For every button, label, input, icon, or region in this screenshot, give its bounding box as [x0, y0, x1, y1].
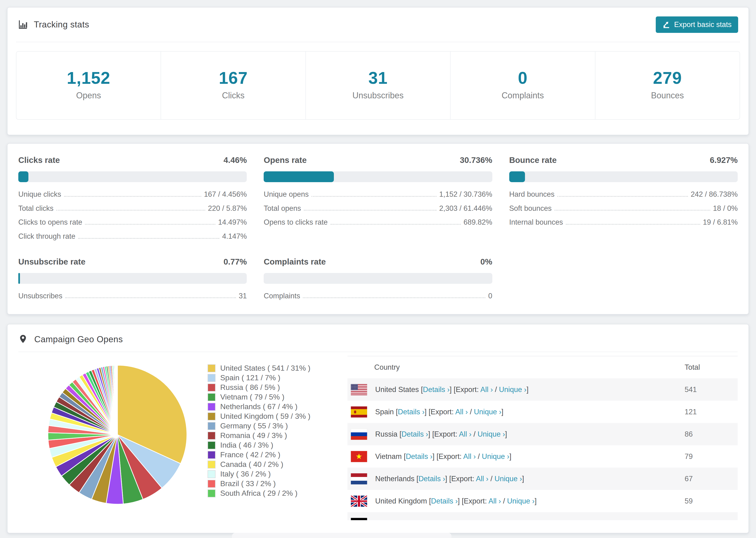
progress-bar: [264, 273, 492, 284]
dotted-leader: [65, 297, 236, 298]
rate-title: Unsubscribe rate: [18, 257, 85, 266]
export-icon: [662, 21, 670, 28]
rate-row-label: Unique opens: [264, 190, 308, 198]
export-unique-link[interactable]: Unique ›: [474, 408, 501, 416]
rate-row-value: 19 / 6.81%: [703, 218, 738, 227]
legend-swatch: [207, 393, 216, 401]
legend-item-south-africa: South Africa ( 29 / 2% ): [207, 488, 334, 498]
progress-bar: [18, 273, 247, 284]
rate-row-label: Total clicks: [18, 204, 54, 213]
rate-row-value: 14.497%: [218, 218, 247, 227]
map-pin-icon: [18, 334, 28, 345]
column-header-total: Total: [685, 363, 738, 372]
legend-swatch: [207, 403, 216, 411]
progress-bar: [509, 171, 738, 182]
legend-swatch: [207, 384, 216, 392]
campaign-geo-opens-card: Campaign Geo Opens United States ( 541 /…: [7, 324, 749, 533]
flag-ru-icon: [351, 429, 367, 440]
export-all-link[interactable]: All ›: [476, 475, 488, 483]
rate-row-label: Hard bounces: [509, 190, 555, 198]
legend-label: United States ( 541 / 31% ): [220, 364, 310, 372]
geo-table-row-spain: Spain [Details ›] [Export: All › / Uniqu…: [348, 401, 738, 423]
legend-swatch: [207, 489, 216, 497]
export-button-label: Export basic stats: [674, 21, 731, 29]
export-all-link[interactable]: All ›: [488, 497, 501, 505]
bar-chart-icon: [18, 20, 28, 30]
legend-item-united-kingdom: United Kingdom ( 59 / 3% ): [207, 411, 334, 421]
export-all-link[interactable]: All ›: [455, 408, 468, 416]
export-unique-link[interactable]: Unique ›: [499, 385, 526, 394]
flag-vn-icon: [351, 451, 367, 462]
rate-row-value: 167 / 4.456%: [204, 190, 247, 198]
rate-row-value: 18 / 0%: [713, 204, 738, 213]
export-unique-link[interactable]: Unique ›: [477, 430, 505, 438]
stat-label: Unsubscribes: [308, 91, 448, 100]
rate-percent: 0%: [480, 257, 492, 266]
geo-content: United States ( 541 / 31% )Spain ( 121 /…: [18, 352, 738, 520]
export-all-link[interactable]: All ›: [463, 452, 476, 460]
summary-stats-strip: 1,152Opens167Clicks31Unsubscribes0Compla…: [16, 51, 740, 120]
export-unique-link[interactable]: Unique ›: [485, 519, 513, 520]
country-flag: [351, 496, 367, 507]
legend-label: Italy ( 36 / 2% ): [220, 470, 271, 478]
country-name: Russia: [375, 430, 398, 438]
flag-es-icon: [351, 406, 367, 418]
details-link[interactable]: Details ›: [423, 385, 450, 394]
legend-item-germany: Germany ( 55 / 3% ): [207, 421, 334, 431]
total-cell: 541: [685, 385, 738, 394]
export-all-link[interactable]: All ›: [480, 385, 493, 394]
details-link[interactable]: Details ›: [398, 408, 425, 416]
stat-cell-complaints: 0Complaints: [451, 52, 595, 119]
progress-bar: [264, 171, 492, 182]
legend-swatch: [207, 451, 216, 459]
legend-swatch: [207, 460, 216, 468]
rate-section-unsubscribe-rate: Unsubscribe rate0.77%Unsubscribes31: [18, 257, 247, 306]
rate-row-complaints: Complaints0: [264, 292, 492, 300]
rate-row-unsubscribes: Unsubscribes31: [18, 292, 247, 300]
legend-label: Germany ( 55 / 3% ): [220, 422, 288, 430]
details-link[interactable]: Details ›: [409, 519, 436, 520]
rate-title: Complaints rate: [264, 257, 326, 266]
stat-cell-clicks: 167Clicks: [161, 52, 306, 119]
country-name: Germany: [375, 519, 405, 520]
rate-row-label: Soft bounces: [509, 204, 552, 213]
details-link[interactable]: Details ›: [418, 475, 445, 483]
geo-table-row-russia: Russia [Details ›] [Export: All › / Uniq…: [348, 423, 738, 445]
rate-rows: Hard bounces242 / 86.738%Soft bounces18 …: [509, 190, 738, 227]
rate-rows: Complaints0: [264, 292, 492, 300]
dotted-leader: [56, 210, 205, 211]
geo-table-row-germany: Germany [Details ›] [Export: All › / Uni…: [348, 512, 738, 520]
export-unique-link[interactable]: Unique ›: [482, 452, 509, 460]
legend-item-vietnam: Vietnam ( 79 / 5% ): [207, 392, 334, 402]
stat-label: Complaints: [453, 91, 592, 100]
details-link[interactable]: Details ›: [406, 452, 432, 460]
rate-row-click-through-rate: Click through rate4.147%: [18, 232, 247, 241]
rate-row-value: 4.147%: [222, 232, 247, 241]
total-cell: 86: [685, 430, 738, 439]
geo-table-header: Country Total: [348, 356, 738, 378]
progress-fill: [509, 171, 525, 182]
legend-label: Russia ( 86 / 5% ): [220, 383, 280, 392]
details-link[interactable]: Details ›: [402, 430, 428, 438]
legend-item-netherlands: Netherlands ( 67 / 4% ): [207, 402, 334, 411]
rate-head: Complaints rate0%: [264, 257, 492, 266]
rate-head: Bounce rate6.927%: [509, 155, 738, 165]
export-all-link[interactable]: All ›: [466, 519, 479, 520]
rate-title: Opens rate: [264, 155, 307, 165]
export-all-link[interactable]: All ›: [459, 430, 471, 438]
details-link[interactable]: Details ›: [431, 497, 458, 505]
dotted-leader: [331, 224, 461, 225]
rate-percent: 6.927%: [710, 155, 738, 165]
country-flag: [351, 429, 367, 440]
export-unique-link[interactable]: Unique ›: [495, 475, 522, 483]
dotted-leader: [311, 196, 436, 197]
rate-row-total-clicks: Total clicks220 / 5.87%: [18, 204, 247, 213]
export-basic-stats-button[interactable]: Export basic stats: [656, 17, 738, 33]
geo-table-row-netherlands: Netherlands [Details ›] [Export: All › /…: [348, 467, 738, 490]
total-cell: 121: [685, 408, 738, 416]
export-unique-link[interactable]: Unique ›: [507, 497, 535, 505]
rate-row-unique-clicks: Unique clicks167 / 4.456%: [18, 190, 247, 198]
flag-us-icon: [351, 384, 367, 395]
geo-pie-chart[interactable]: [45, 361, 190, 507]
legend-label: Spain ( 121 / 7% ): [220, 373, 280, 382]
